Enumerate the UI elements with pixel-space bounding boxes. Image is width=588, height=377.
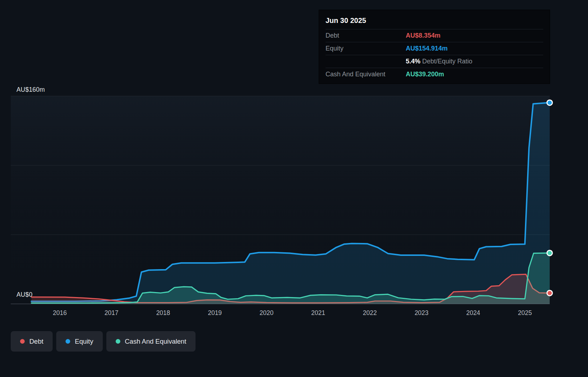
tooltip-cash-label: Cash And Equivalent bbox=[326, 71, 406, 78]
x-tick-label: 2024 bbox=[466, 309, 480, 316]
legend-item-debt[interactable]: Debt bbox=[11, 331, 53, 352]
x-tick-label: 2017 bbox=[105, 309, 119, 316]
tooltip-ratio-label: Debt/Equity Ratio bbox=[422, 58, 472, 65]
tooltip-equity-row: Equity AU$154.914m bbox=[326, 42, 543, 55]
legend-equity-label: Equity bbox=[75, 338, 93, 345]
tooltip-date: Jun 30 2025 bbox=[326, 15, 543, 29]
cash-and-equivalent-end-marker bbox=[547, 250, 552, 256]
x-tick-label: 2022 bbox=[363, 309, 377, 316]
legend-debt-label: Debt bbox=[29, 338, 43, 345]
legend-item-cash[interactable]: Cash And Equivalent bbox=[106, 331, 196, 352]
tooltip-debt-value: AU$8.354m bbox=[406, 32, 440, 39]
tooltip-equity-value: AU$154.914m bbox=[406, 45, 448, 52]
equity-end-marker bbox=[547, 100, 552, 105]
x-tick-label: 2018 bbox=[156, 309, 170, 316]
equity-series-dot-icon bbox=[66, 339, 70, 344]
tooltip-ratio-value: 5.4% bbox=[406, 58, 420, 65]
y-axis-max-label: AU$160m bbox=[16, 86, 45, 94]
chart-legend: Debt Equity Cash And Equivalent bbox=[11, 331, 196, 352]
tooltip-debt-row: Debt AU$8.354m bbox=[326, 29, 543, 42]
x-tick-label: 2016 bbox=[53, 309, 67, 316]
tooltip-debt-label: Debt bbox=[326, 32, 406, 39]
tooltip-ratio-value-group: 5.4% Debt/Equity Ratio bbox=[406, 58, 472, 65]
tooltip-equity-label: Equity bbox=[326, 45, 406, 52]
debt-end-marker bbox=[547, 290, 552, 296]
y-axis-zero-label: AU$0 bbox=[16, 291, 33, 299]
cash-series-dot-icon bbox=[116, 339, 120, 344]
x-tick-label: 2023 bbox=[415, 309, 429, 316]
chart-tooltip: Jun 30 2025 Debt AU$8.354m Equity AU$154… bbox=[319, 10, 550, 84]
legend-item-equity[interactable]: Equity bbox=[56, 331, 102, 352]
x-tick-label: 2020 bbox=[260, 309, 274, 316]
legend-cash-label: Cash And Equivalent bbox=[125, 338, 187, 345]
x-tick-label: 2019 bbox=[208, 309, 222, 316]
debt-series-dot-icon bbox=[20, 339, 25, 344]
tooltip-ratio-row: 5.4% Debt/Equity Ratio bbox=[326, 55, 543, 68]
tooltip-cash-row: Cash And Equivalent AU$39.200m bbox=[326, 68, 543, 81]
debt-equity-history-chart-page: 2016201720182019202020212022202320242025… bbox=[0, 0, 588, 377]
x-tick-label: 2025 bbox=[518, 309, 532, 316]
x-tick-label: 2021 bbox=[311, 309, 325, 316]
tooltip-cash-value: AU$39.200m bbox=[406, 71, 444, 78]
